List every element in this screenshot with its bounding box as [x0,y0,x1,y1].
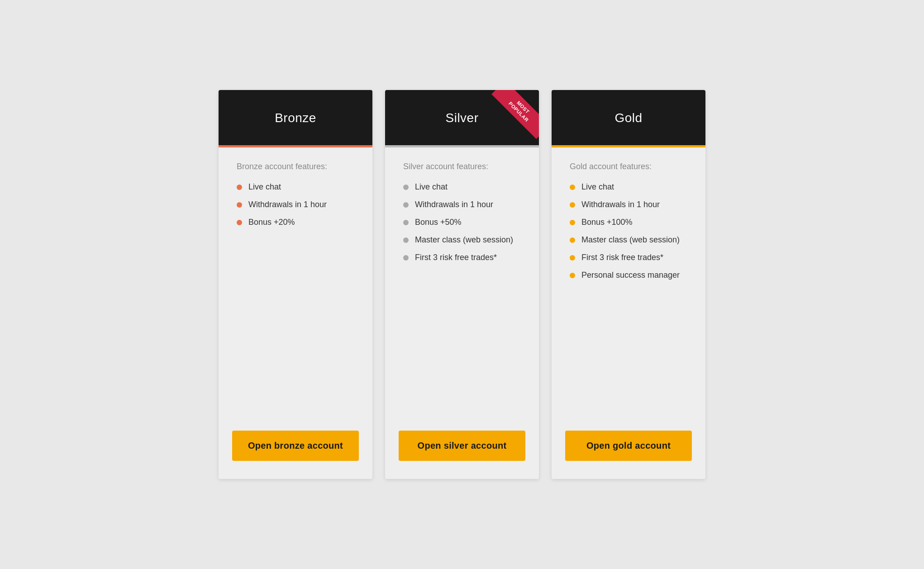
card-silver: MOSTPOPULARSilverSilver account features… [385,90,539,479]
open-silver-button[interactable]: Open silver account [399,431,525,461]
feature-text: Withdrawals in 1 hour [581,200,660,209]
feature-text: Live chat [581,182,614,192]
feature-dot-icon [403,255,409,261]
feature-text: Master class (web session) [415,235,513,245]
list-item: Withdrawals in 1 hour [570,200,687,209]
bronze-header: Bronze [219,90,372,145]
feature-dot-icon [403,237,409,243]
feature-dot-icon [237,185,242,190]
open-bronze-button[interactable]: Open bronze account [232,431,359,461]
bronze-footer: Open bronze account [219,431,372,479]
feature-dot-icon [237,202,242,208]
most-popular-ribbon: MOSTPOPULAR [489,90,539,140]
open-gold-button[interactable]: Open gold account [565,431,692,461]
list-item: Live chat [570,182,687,192]
feature-text: Master class (web session) [581,235,680,245]
feature-dot-icon [570,185,575,190]
list-item: Withdrawals in 1 hour [237,200,354,209]
feature-dot-icon [570,237,575,243]
list-item: Bonus +20% [237,218,354,227]
gold-footer: Open gold account [552,431,705,479]
pricing-cards: BronzeBronze account features:Live chatW… [145,90,779,479]
feature-dot-icon [570,220,575,225]
list-item: Withdrawals in 1 hour [403,200,521,209]
feature-dot-icon [403,185,409,190]
feature-dot-icon [237,220,242,225]
list-item: Master class (web session) [570,235,687,245]
feature-text: Bonus +20% [248,218,295,227]
gold-features-list: Live chatWithdrawals in 1 hourBonus +100… [570,182,687,413]
feature-text: Bonus +100% [581,218,633,227]
silver-footer: Open silver account [385,431,539,479]
list-item: Bonus +50% [403,218,521,227]
silver-features-title: Silver account features: [403,162,521,171]
list-item: Master class (web session) [403,235,521,245]
feature-dot-icon [403,220,409,225]
ribbon-label: MOSTPOPULAR [491,90,539,139]
bronze-features-list: Live chatWithdrawals in 1 hourBonus +20% [237,182,354,413]
feature-text: Bonus +50% [415,218,462,227]
feature-text: Personal success manager [581,270,680,280]
silver-body: Silver account features:Live chatWithdra… [385,147,539,431]
feature-text: Withdrawals in 1 hour [248,200,327,209]
feature-dot-icon [570,202,575,208]
feature-text: Live chat [248,182,281,192]
feature-text: Live chat [415,182,448,192]
gold-body: Gold account features:Live chatWithdrawa… [552,147,705,431]
silver-features-list: Live chatWithdrawals in 1 hourBonus +50%… [403,182,521,413]
bronze-features-title: Bronze account features: [237,162,354,171]
list-item: Live chat [403,182,521,192]
feature-dot-icon [570,273,575,278]
list-item: Live chat [237,182,354,192]
card-gold: GoldGold account features:Live chatWithd… [552,90,705,479]
gold-header: Gold [552,90,705,145]
list-item: Personal success manager [570,270,687,280]
gold-features-title: Gold account features: [570,162,687,171]
list-item: Bonus +100% [570,218,687,227]
feature-text: First 3 risk free trades* [581,253,663,262]
list-item: First 3 risk free trades* [403,253,521,262]
feature-dot-icon [570,255,575,261]
feature-text: First 3 risk free trades* [415,253,497,262]
bronze-body: Bronze account features:Live chatWithdra… [219,147,372,431]
feature-dot-icon [403,202,409,208]
feature-text: Withdrawals in 1 hour [415,200,493,209]
card-bronze: BronzeBronze account features:Live chatW… [219,90,372,479]
list-item: First 3 risk free trades* [570,253,687,262]
